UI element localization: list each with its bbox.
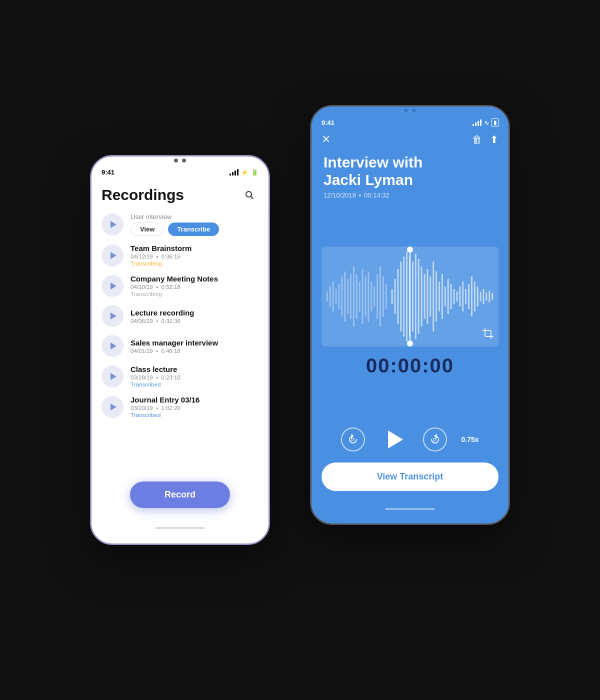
company-meeting-meta: 04/10/19 • 0:52:18 — [130, 284, 258, 290]
lecture-duration: 0:32:36 — [162, 318, 180, 324]
svg-rect-48 — [468, 284, 470, 309]
waveform-container[interactable] — [322, 246, 498, 346]
play-button-user-interview[interactable] — [102, 214, 124, 236]
svg-rect-18 — [376, 274, 378, 319]
camera-dot-front — [404, 108, 408, 112]
player-title-line1: Interview with — [324, 154, 422, 170]
play-button-team-brainstorm[interactable] — [102, 244, 124, 266]
class-lecture-info: Class lecture 03/28/19 • 0:23:10 Transcr… — [130, 365, 258, 388]
svg-rect-8 — [347, 279, 348, 314]
svg-rect-49 — [471, 276, 472, 316]
journal-date: 03/20/19 — [130, 405, 153, 411]
class-lecture-date: 03/28/19 — [130, 374, 153, 380]
user-interview-buttons: View Transcribe — [130, 222, 219, 236]
svg-rect-21 — [386, 284, 387, 309]
play-icon — [110, 252, 116, 259]
status-icons-front: ∿ ▮ — [472, 118, 498, 127]
record-button-area: Record — [92, 474, 268, 518]
svg-rect-37 — [436, 272, 437, 322]
svg-rect-50 — [474, 282, 476, 312]
svg-rect-29 — [412, 262, 414, 332]
home-bar-front — [385, 508, 435, 510]
svg-rect-24 — [397, 269, 398, 324]
svg-rect-44 — [456, 292, 458, 302]
svg-rect-36 — [432, 262, 434, 332]
record-button[interactable]: Record — [130, 482, 230, 508]
view-button[interactable]: View — [130, 222, 164, 236]
svg-rect-16 — [370, 282, 372, 312]
svg-rect-41 — [448, 279, 449, 314]
class-lecture-meta: 03/28/19 • 0:23:10 — [130, 374, 258, 380]
svg-rect-15 — [368, 272, 369, 322]
phone-recordings: 9:41 ⚡ 🔋 Recordings — [90, 155, 270, 545]
svg-rect-25 — [400, 262, 402, 332]
svg-rect-4 — [336, 289, 337, 304]
svg-rect-27 — [406, 252, 408, 342]
recordings-content: Recordings User interview View — [92, 178, 268, 535]
play-triangle-icon — [110, 221, 116, 228]
play-icon — [110, 404, 116, 410]
svg-rect-34 — [426, 269, 428, 324]
skip-forward-icon: 15 — [428, 432, 442, 446]
svg-rect-17 — [374, 286, 375, 306]
lecture-info: Lecture recording 04/06/19 • 0:32:36 — [130, 308, 258, 324]
transcribe-button[interactable]: Transcribe — [168, 222, 219, 236]
wifi-icon: ⚡ — [241, 169, 248, 176]
skip-back-button[interactable]: 15 — [341, 428, 365, 452]
player-actions: 🗑 ⬆ — [472, 134, 498, 146]
battery-icon: 🔋 — [251, 169, 258, 176]
play-pause-button[interactable] — [379, 424, 409, 454]
signal-icon — [230, 169, 238, 176]
speed-label[interactable]: 0.75x — [461, 436, 478, 444]
speaker-dot — [182, 158, 186, 162]
skip-forward-button[interactable]: 15 — [423, 428, 447, 452]
svg-rect-14 — [365, 276, 366, 316]
crop-icon[interactable] — [482, 328, 494, 342]
svg-rect-53 — [483, 289, 484, 304]
playback-controls: 15 15 0.75x — [312, 424, 508, 454]
play-button-class-lecture[interactable] — [102, 366, 124, 388]
notch-back — [92, 156, 268, 164]
signal-icon-front — [472, 120, 482, 126]
signal-bar-1 — [230, 174, 231, 176]
team-brainstorm-meta: 04/12/19 • 0:36:15 — [130, 254, 258, 260]
svg-rect-51 — [477, 286, 478, 306]
svg-text:15: 15 — [432, 438, 436, 441]
svg-rect-20 — [382, 276, 384, 316]
team-brainstorm-name: Team Brainstorm — [130, 244, 258, 252]
player-title-area: Interview with Jacki Lyman 12/10/2018 00… — [312, 150, 508, 207]
play-button-sales-manager[interactable] — [102, 335, 124, 357]
company-meeting-status: Transcribing — [130, 291, 258, 297]
play-button-lecture[interactable] — [102, 305, 124, 327]
svg-rect-52 — [480, 292, 482, 302]
sales-manager-duration: 0:46:18 — [162, 348, 180, 354]
play-button-journal[interactable] — [102, 396, 124, 418]
sales-manager-meta: 04/01/19 • 0:46:18 — [130, 348, 258, 354]
delete-button[interactable]: 🗑 — [472, 134, 482, 146]
player-meta: 12/10/2018 00:14:32 — [324, 192, 496, 199]
battery-icon-front: ▮ — [492, 118, 498, 127]
phone-player: 9:41 ∿ ▮ ✕ 🗑 ⬆ — [310, 105, 510, 525]
svg-rect-30 — [415, 254, 416, 339]
svg-rect-38 — [438, 282, 440, 312]
recording-item-team-brainstorm: Team Brainstorm 04/12/19 • 0:36:15 Trans… — [92, 240, 268, 270]
share-button[interactable]: ⬆ — [490, 134, 498, 146]
svg-rect-1 — [326, 292, 328, 302]
recording-item-user-interview: User interview View Transcribe — [92, 209, 268, 240]
svg-rect-40 — [444, 286, 446, 306]
svg-rect-39 — [442, 274, 443, 319]
journal-duration: 1:02:20 — [162, 405, 180, 411]
time-back: 9:41 — [102, 168, 114, 176]
svg-rect-32 — [421, 266, 422, 326]
sales-manager-info: Sales manager interview 04/01/19 • 0:46:… — [130, 338, 258, 354]
close-button[interactable]: ✕ — [322, 133, 330, 146]
svg-rect-42 — [450, 284, 452, 309]
svg-rect-55 — [488, 290, 490, 302]
signal-bar-f1 — [472, 124, 474, 126]
team-brainstorm-info: Team Brainstorm 04/12/19 • 0:36:15 Trans… — [130, 244, 258, 266]
meta-separator — [359, 194, 361, 196]
search-button[interactable] — [240, 186, 258, 204]
view-transcript-button[interactable]: View Transcript — [322, 462, 498, 491]
play-button-company-meeting[interactable] — [102, 275, 124, 297]
svg-rect-10 — [353, 266, 354, 326]
